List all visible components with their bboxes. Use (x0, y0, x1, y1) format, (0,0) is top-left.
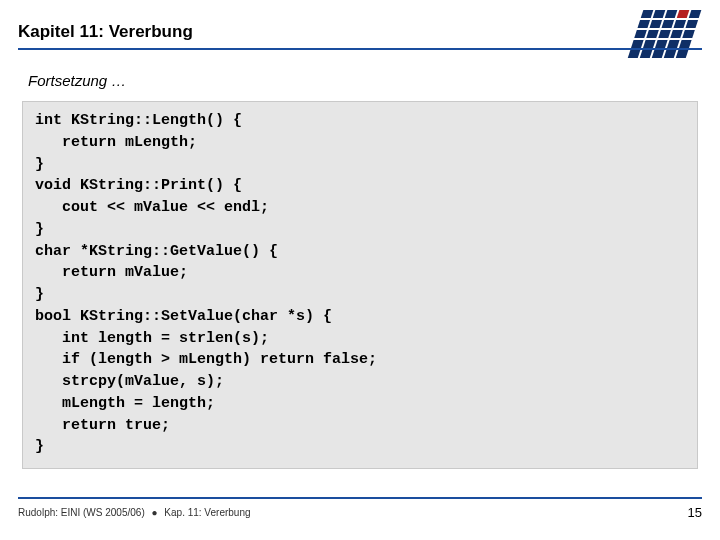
svg-rect-2 (665, 10, 678, 18)
svg-rect-20 (628, 50, 641, 58)
svg-rect-8 (674, 20, 687, 28)
svg-rect-0 (641, 10, 654, 18)
svg-rect-24 (676, 50, 689, 58)
footer-left: Rudolph: EINI (WS 2005/06) ● Kap. 11: Ve… (18, 507, 251, 518)
chapter-title: Kapitel 11: Vererbung (18, 22, 702, 42)
svg-rect-19 (679, 40, 692, 48)
svg-rect-5 (638, 20, 651, 28)
svg-rect-15 (631, 40, 644, 48)
footer-bullet: ● (148, 507, 162, 518)
svg-rect-13 (670, 30, 683, 38)
slide-footer: Rudolph: EINI (WS 2005/06) ● Kap. 11: Ve… (0, 499, 720, 520)
header-divider (18, 48, 702, 50)
footer-author: Rudolph: EINI (WS 2005/06) (18, 507, 145, 518)
svg-rect-12 (658, 30, 671, 38)
svg-rect-1 (653, 10, 666, 18)
code-listing: int KString::Length() { return mLength; … (22, 101, 698, 469)
svg-rect-23 (664, 50, 677, 58)
svg-rect-22 (652, 50, 665, 58)
logo-graphic (616, 8, 706, 63)
svg-rect-14 (682, 30, 695, 38)
svg-rect-16 (643, 40, 656, 48)
svg-rect-17 (655, 40, 668, 48)
svg-rect-3 (677, 10, 690, 18)
svg-rect-18 (667, 40, 680, 48)
svg-rect-9 (686, 20, 699, 28)
svg-rect-10 (634, 30, 647, 38)
footer-chapter: Kap. 11: Vererbung (164, 507, 250, 518)
svg-rect-6 (650, 20, 663, 28)
continuation-label: Fortsetzung … (0, 58, 720, 101)
svg-rect-7 (662, 20, 675, 28)
slide-header: Kapitel 11: Vererbung (0, 0, 720, 58)
page-number: 15 (688, 505, 702, 520)
svg-rect-11 (646, 30, 659, 38)
svg-rect-4 (689, 10, 702, 18)
svg-rect-21 (640, 50, 653, 58)
